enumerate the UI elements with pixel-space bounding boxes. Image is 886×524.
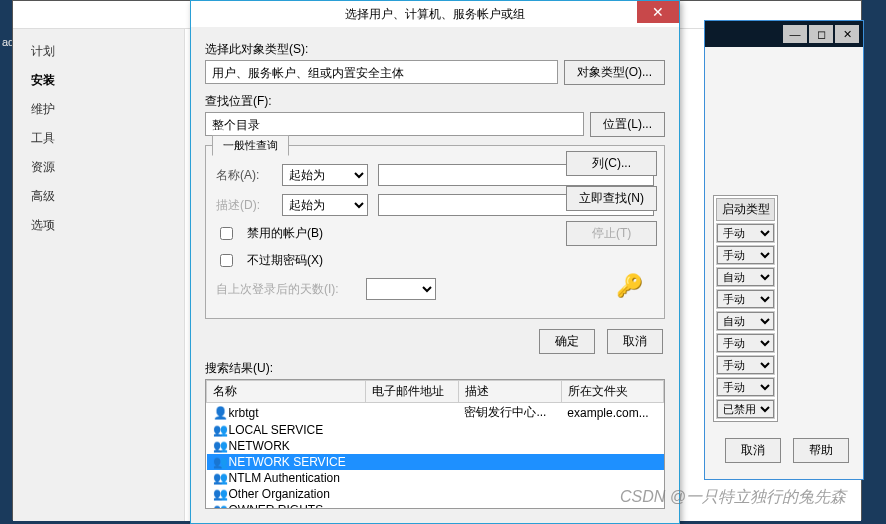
- find-now-button[interactable]: 立即查找(N): [566, 186, 657, 211]
- ok-button[interactable]: 确定: [539, 329, 595, 354]
- result-row[interactable]: 👥Other Organization: [207, 486, 664, 502]
- nonexpiring-password-label: 不过期密码(X): [247, 252, 323, 269]
- dialog-titlebar: 选择用户、计算机、服务帐户或组 ✕: [191, 1, 679, 27]
- startup-type-select[interactable]: 自动: [717, 312, 774, 330]
- principal-icon: 👥: [213, 439, 227, 453]
- nonexpiring-password-checkbox[interactable]: [220, 254, 233, 267]
- startup-type-select[interactable]: 手动: [717, 356, 774, 374]
- startup-type-table: 启动类型 手动手动自动手动自动手动手动手动已禁用: [713, 195, 778, 422]
- startup-type-select[interactable]: 手动: [717, 246, 774, 264]
- object-type-label: 选择此对象类型(S):: [205, 41, 665, 58]
- days-since-combo[interactable]: [366, 278, 436, 300]
- desc-match-combo[interactable]: 起始为: [282, 194, 368, 216]
- disabled-accounts-label: 禁用的帐户(B): [247, 225, 323, 242]
- help-button[interactable]: 帮助: [793, 438, 849, 463]
- disabled-accounts-checkbox[interactable]: [220, 227, 233, 240]
- columns-button[interactable]: 列(C)...: [566, 151, 657, 176]
- result-row[interactable]: 👥NETWORK: [207, 438, 664, 454]
- startup-type-select[interactable]: 已禁用: [717, 400, 774, 418]
- principal-icon: 👥: [213, 487, 227, 501]
- location-label: 查找位置(F):: [205, 93, 665, 110]
- principal-icon: 👥: [213, 423, 227, 437]
- startup-type-select[interactable]: 自动: [717, 268, 774, 286]
- stop-button: 停止(T): [566, 221, 657, 246]
- result-row[interactable]: 👤krbtgt密钥发行中心...example.com...: [207, 403, 664, 423]
- minimize-button[interactable]: —: [783, 25, 807, 43]
- object-types-button[interactable]: 对象类型(O)...: [564, 60, 665, 85]
- tab-common-query[interactable]: 一般性查询: [212, 135, 289, 156]
- results-column-header[interactable]: 名称: [207, 381, 366, 403]
- object-type-value: 用户、服务帐户、组或内置安全主体: [205, 60, 558, 84]
- sidebar-item[interactable]: 维护: [13, 95, 184, 124]
- sidebar-item[interactable]: 资源: [13, 153, 184, 182]
- sidebar-item[interactable]: 安装: [13, 66, 184, 95]
- results-column-header[interactable]: 电子邮件地址: [365, 381, 458, 403]
- startup-type-select[interactable]: 手动: [717, 334, 774, 352]
- cancel-button[interactable]: 取消: [607, 329, 663, 354]
- location-value: 整个目录: [205, 112, 584, 136]
- startup-type-select[interactable]: 手动: [717, 378, 774, 396]
- result-row[interactable]: 👥OWNER RIGHTS: [207, 502, 664, 509]
- startup-type-header: 启动类型: [716, 198, 775, 221]
- services-config-window: — ◻ ✕ 启动类型 手动手动自动手动自动手动手动手动已禁用 取消 帮助: [704, 20, 864, 480]
- name-match-combo[interactable]: 起始为: [282, 164, 368, 186]
- results-label: 搜索结果(U):: [205, 360, 665, 377]
- startup-type-select[interactable]: 手动: [717, 224, 774, 242]
- principal-icon: 👥: [213, 503, 227, 509]
- key-icon: 🔑: [616, 273, 643, 299]
- result-row[interactable]: 👥LOCAL SERVICE: [207, 422, 664, 438]
- days-since-label: 自上次登录后的天数(I):: [216, 281, 356, 298]
- sidebar-item[interactable]: 计划: [13, 37, 184, 66]
- principal-icon: 👤: [213, 406, 227, 420]
- cancel-button[interactable]: 取消: [725, 438, 781, 463]
- name-label: 名称(A):: [216, 167, 272, 184]
- principal-icon: 👥: [213, 471, 227, 485]
- dialog-title: 选择用户、计算机、服务帐户或组: [345, 6, 525, 23]
- startup-type-select[interactable]: 手动: [717, 290, 774, 308]
- results-column-header[interactable]: 描述: [458, 381, 561, 403]
- search-results-grid[interactable]: 名称电子邮件地址描述所在文件夹 👤krbtgt密钥发行中心...example.…: [205, 379, 665, 509]
- principal-icon: 👥: [213, 455, 227, 469]
- desc-label: 描述(D):: [216, 197, 272, 214]
- sidebar-item[interactable]: 选项: [13, 211, 184, 240]
- object-picker-dialog: 选择用户、计算机、服务帐户或组 ✕ 选择此对象类型(S): 用户、服务帐户、组或…: [190, 0, 680, 524]
- close-icon[interactable]: ✕: [637, 1, 679, 23]
- locations-button[interactable]: 位置(L)...: [590, 112, 665, 137]
- result-row[interactable]: 👥NETWORK SERVICE: [207, 454, 664, 470]
- sidebar-item[interactable]: 高级: [13, 182, 184, 211]
- sidebar-item[interactable]: 工具: [13, 124, 184, 153]
- result-row[interactable]: 👥NTLM Authentication: [207, 470, 664, 486]
- installer-sidebar: 计划安装维护工具资源高级选项: [13, 29, 185, 521]
- services-titlebar: — ◻ ✕: [705, 21, 863, 47]
- maximize-button[interactable]: ◻: [809, 25, 833, 43]
- results-column-header[interactable]: 所在文件夹: [561, 381, 663, 403]
- close-button[interactable]: ✕: [835, 25, 859, 43]
